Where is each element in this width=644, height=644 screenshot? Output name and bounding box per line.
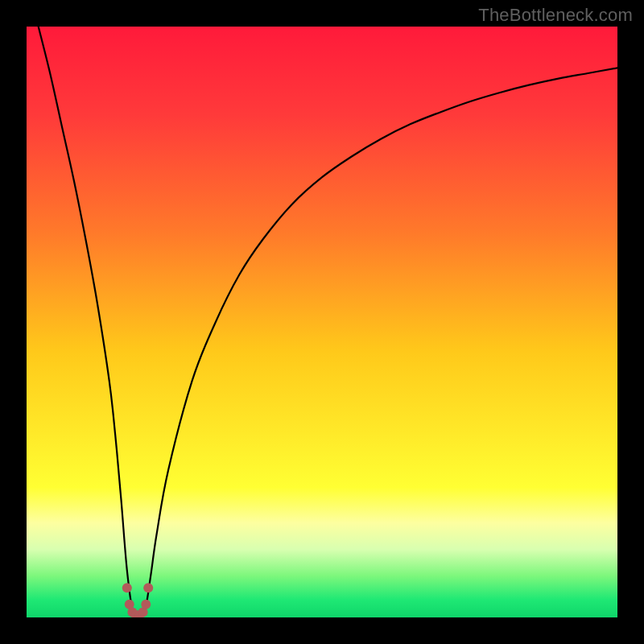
bottleneck-curve [27,27,617,617]
optimal-point-marker [143,583,153,592]
optimal-point-marker [122,583,132,592]
plot-area [27,27,617,617]
chart-frame: TheBottleneck.com [0,0,644,644]
attribution-label: TheBottleneck.com [478,5,633,26]
optimal-point-marker [141,600,151,609]
